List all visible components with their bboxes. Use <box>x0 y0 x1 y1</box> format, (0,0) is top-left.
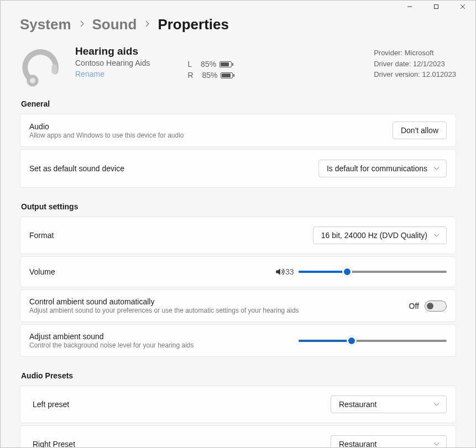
ambient-auto-desc: Adjust ambient sound to your preferences… <box>29 307 409 314</box>
breadcrumb-system[interactable]: System <box>20 16 71 33</box>
format-select[interactable]: 16 bit, 24000 Hz (DVD Quality) <box>313 226 447 244</box>
card-right-preset: Right Preset Restaurant <box>20 425 456 448</box>
driver-date: Driver date: 12/1/2023 <box>374 59 456 70</box>
card-ambient-adjust: Adjust ambient sound Control the backgro… <box>20 324 456 357</box>
volume-title: Volume <box>29 267 55 276</box>
format-title: Format <box>29 231 313 240</box>
volume-value: 33 <box>285 267 299 276</box>
format-value: 16 bit, 24000 Hz (DVD Quality) <box>321 231 427 240</box>
close-button[interactable] <box>450 1 475 13</box>
minimize-button[interactable] <box>397 1 422 13</box>
driver-provider: Provider: Microsoft <box>374 48 456 59</box>
right-preset-title: Right Preset <box>33 440 331 448</box>
driver-info: Provider: Microsoft Driver date: 12/1/20… <box>374 48 456 80</box>
battery-right-label: R <box>187 71 193 80</box>
right-preset-select[interactable]: Restaurant <box>331 435 447 448</box>
svg-rect-1 <box>435 5 438 9</box>
device-name: Hearing aids <box>75 45 150 57</box>
card-ambient-auto: Control ambient sound automatically Adju… <box>20 289 456 322</box>
right-preset-value: Restaurant <box>339 440 376 448</box>
breadcrumb: System Sound Properties <box>20 16 456 33</box>
battery-right-pct: 85% <box>202 71 217 80</box>
card-volume: Volume 33 <box>20 256 456 287</box>
ambient-auto-state: Off <box>409 302 419 310</box>
hearing-aid-icon <box>20 45 65 91</box>
card-audio: Audio Allow apps and Windows to use this… <box>20 114 456 147</box>
ambient-auto-title: Control ambient sound automatically <box>29 297 409 306</box>
ambient-adjust-title: Adjust ambient sound <box>29 332 299 341</box>
card-format: Format 16 bit, 24000 Hz (DVD Quality) <box>20 217 456 254</box>
volume-slider[interactable] <box>299 266 447 277</box>
speaker-icon[interactable] <box>274 266 285 277</box>
audio-title: Audio <box>29 122 393 131</box>
breadcrumb-sound[interactable]: Sound <box>92 16 137 33</box>
default-device-select[interactable]: Is default for communications <box>318 160 447 177</box>
audio-desc: Allow apps and Windows to use this devic… <box>29 131 393 139</box>
chevron-down-icon <box>433 401 440 408</box>
section-general: General <box>21 99 456 108</box>
window-controls <box>397 1 475 13</box>
ambient-auto-toggle[interactable] <box>425 301 447 312</box>
rename-link[interactable]: Rename <box>75 70 104 78</box>
card-default-device: Set as default sound device Is default f… <box>20 149 456 188</box>
battery-left-label: L <box>187 60 192 68</box>
battery-icon <box>221 72 233 78</box>
chevron-down-icon <box>433 441 440 447</box>
breadcrumb-current: Properties <box>158 16 229 33</box>
battery-left-pct: 85% <box>201 60 216 68</box>
battery-icon <box>219 61 232 67</box>
section-output: Output settings <box>21 202 456 211</box>
battery-block: L 85% R 85% <box>187 59 233 81</box>
maximize-button[interactable] <box>423 1 449 13</box>
default-device-value: Is default for communications <box>327 164 427 173</box>
chevron-right-icon <box>79 20 85 29</box>
chevron-down-icon <box>433 165 440 172</box>
ambient-adjust-desc: Control the background noise level for y… <box>29 341 299 349</box>
svg-rect-6 <box>51 64 57 74</box>
device-manufacturer: Contoso Hearing Aids <box>75 59 150 67</box>
device-info: Hearing aids Contoso Hearing Aids Rename <box>75 45 150 79</box>
section-presets: Audio Presets <box>21 371 456 380</box>
left-preset-title: Left preset <box>33 400 331 409</box>
left-preset-select[interactable]: Restaurant <box>331 396 447 413</box>
default-device-title: Set as default sound device <box>29 164 318 173</box>
card-left-preset: Left preset Restaurant <box>20 386 456 423</box>
chevron-right-icon <box>144 20 150 29</box>
chevron-down-icon <box>433 232 440 239</box>
device-header: Hearing aids Contoso Hearing Aids Rename… <box>20 45 456 91</box>
driver-version: Driver version: 12.012023 <box>374 69 456 80</box>
svg-point-5 <box>30 78 35 83</box>
dont-allow-button[interactable]: Don't allow <box>393 122 447 139</box>
ambient-adjust-slider[interactable] <box>299 335 447 346</box>
left-preset-value: Restaurant <box>339 400 376 409</box>
